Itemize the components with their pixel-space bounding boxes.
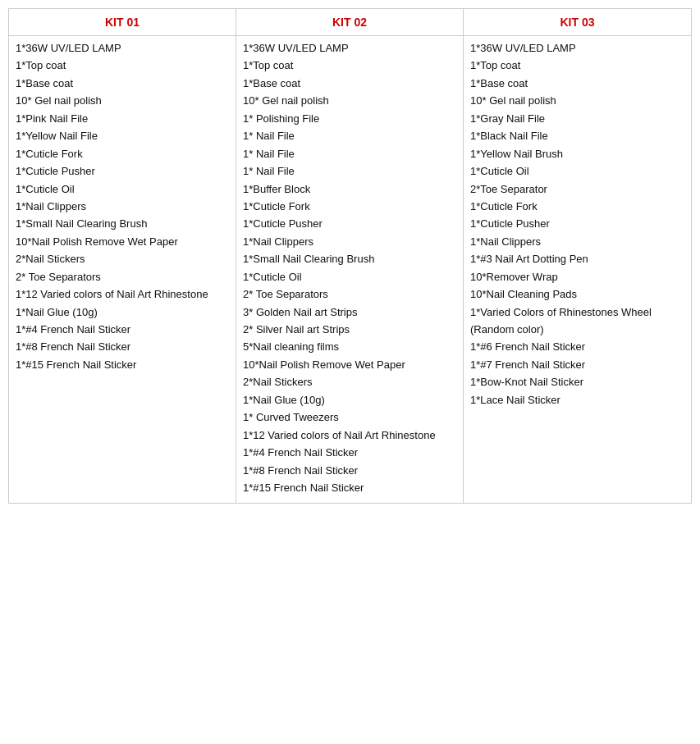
list-item: 1*Nail Glue (10g): [16, 304, 229, 321]
list-item: 2*Nail Stickers: [16, 250, 229, 267]
list-item: 1*Cuticle Oil: [470, 162, 684, 180]
list-item: 1*#4 French Nail Sticker: [243, 444, 456, 461]
list-item: 1* Nail File: [243, 127, 456, 144]
header-kit03: KIT 03: [464, 9, 691, 35]
list-item: 2* Toe Separators: [243, 285, 456, 303]
list-item: 1*36W UV/LED LAMP: [16, 39, 229, 57]
list-item: 1*Small Nail Clearing Brush: [243, 250, 456, 267]
list-item: 1*Cuticle Oil: [16, 180, 229, 198]
list-item: 1*Base coat: [470, 75, 684, 92]
list-item: 1*#15 French Nail Sticker: [243, 479, 456, 496]
list-item: 1*Cuticle Fork: [243, 198, 456, 215]
list-item: 5*Nail cleaning films: [243, 338, 456, 355]
list-item: 1*Nail Clippers: [16, 198, 229, 215]
list-item: 1*Black Nail File: [470, 127, 684, 144]
list-item: 1* Nail File: [243, 145, 456, 162]
list-item: 1* Polishing File: [243, 110, 456, 127]
list-item: 1*Base coat: [16, 75, 229, 92]
list-item: 1* Curved Tweezers: [243, 409, 456, 426]
list-item: 2*Toe Separator: [470, 180, 684, 198]
list-item: 1*Top coat: [470, 57, 684, 74]
col-kit02: 1*36W UV/LED LAMP1*Top coat1*Base coat10…: [236, 36, 464, 503]
list-item: 1*#4 French Nail Sticker: [16, 321, 229, 338]
list-item: 1*12 Varied colors of Nail Art Rhineston…: [243, 427, 456, 444]
list-item: 1*Cuticle Fork: [16, 145, 229, 162]
list-item: 1*Cuticle Fork: [470, 198, 684, 215]
list-item: 1*#3 Nail Art Dotting Pen: [470, 250, 684, 267]
list-item: 1*Top coat: [243, 57, 456, 74]
list-item: 1*Buffer Block: [243, 180, 456, 198]
list-item: 10*Nail Cleaning Pads: [470, 285, 684, 303]
list-item: 1*#8 French Nail Sticker: [243, 462, 456, 479]
list-item: 1*36W UV/LED LAMP: [243, 39, 456, 57]
comparison-table: KIT 01 KIT 02 KIT 03 1*36W UV/LED LAMP1*…: [8, 8, 692, 504]
list-item: 1*#7 French Nail Sticker: [470, 356, 684, 373]
list-item: 1*#8 French Nail Sticker: [16, 338, 229, 355]
list-item: 1*Cuticle Pusher: [16, 162, 229, 180]
list-item: 2* Toe Separators: [16, 268, 229, 285]
list-item: 2*Nail Stickers: [243, 373, 456, 390]
list-item: 10*Nail Polish Remove Wet Paper: [16, 233, 229, 250]
list-item: 10* Gel nail polish: [470, 92, 684, 109]
list-item: 1*Base coat: [243, 75, 456, 92]
table-body: 1*36W UV/LED LAMP1*Top coat1*Base coat10…: [9, 36, 691, 503]
col-kit01: 1*36W UV/LED LAMP1*Top coat1*Base coat10…: [9, 36, 236, 503]
list-item: 1*Nail Clippers: [470, 233, 684, 250]
list-item: 1*Top coat: [16, 57, 229, 74]
list-item: 1*Cuticle Pusher: [470, 215, 684, 232]
list-item: 10* Gel nail polish: [243, 92, 456, 109]
list-item: 1*Yellow Nail File: [16, 127, 229, 144]
list-item: 1*Lace Nail Sticker: [470, 391, 684, 409]
list-item: 1*12 Varied colors of Nail Art Rhineston…: [16, 285, 229, 303]
list-item: 10* Gel nail polish: [16, 92, 229, 109]
list-item: 10*Remover Wrap: [470, 268, 684, 285]
header-kit02: KIT 02: [236, 9, 464, 35]
list-item: 1*Bow-Knot Nail Sticker: [470, 373, 684, 390]
list-item: 1*Pink Nail File: [16, 110, 229, 127]
list-item: 1*36W UV/LED LAMP: [470, 39, 684, 57]
list-item: 1*#6 French Nail Sticker: [470, 338, 684, 355]
list-item: 3* Golden Nail art Strips: [243, 304, 456, 321]
col-kit03: 1*36W UV/LED LAMP1*Top coat1*Base coat10…: [464, 36, 691, 503]
list-item: 1* Nail File: [243, 162, 456, 180]
list-item: 1*Cuticle Oil: [243, 268, 456, 285]
list-item: 1*Small Nail Clearing Brush: [16, 215, 229, 232]
list-item: 1*Varied Colors of Rhinestones Wheel (Ra…: [470, 304, 684, 339]
table-header: KIT 01 KIT 02 KIT 03: [9, 9, 691, 36]
list-item: 1*#15 French Nail Sticker: [16, 356, 229, 373]
list-item: 10*Nail Polish Remove Wet Paper: [243, 356, 456, 373]
list-item: 1*Nail Clippers: [243, 233, 456, 250]
list-item: 1*Yellow Nail Brush: [470, 145, 684, 162]
list-item: 1*Cuticle Pusher: [243, 215, 456, 232]
list-item: 1*Nail Glue (10g): [243, 391, 456, 409]
header-kit01: KIT 01: [9, 9, 236, 35]
list-item: 2* Silver Nail art Strips: [243, 321, 456, 338]
list-item: 1*Gray Nail File: [470, 110, 684, 127]
